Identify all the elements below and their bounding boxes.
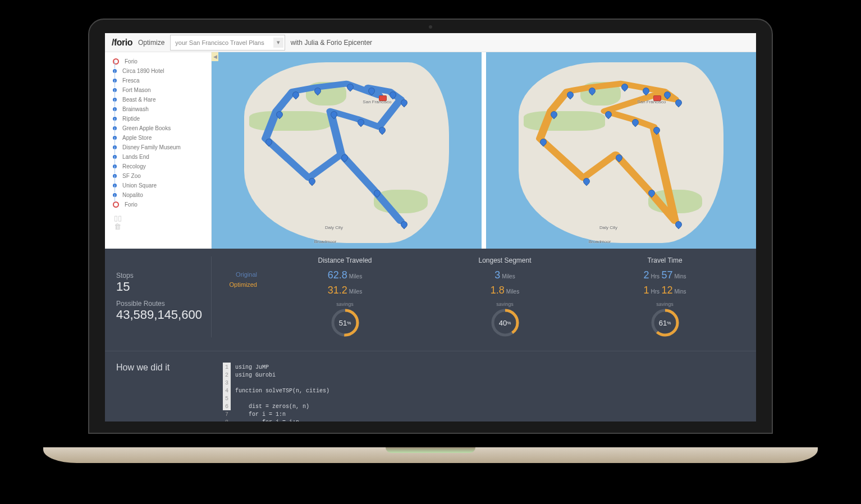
metric-0: Distance Traveled 62.8Miles 31.2Miles sa… [265,256,425,337]
metric-title: Travel Time [647,256,682,264]
routes-label: Possible Routes [116,300,205,308]
stops-label: Stops [116,272,205,280]
laptop-base [43,447,818,463]
stop-item[interactable]: Forio [113,57,205,66]
metric-original: 3Miles [494,268,515,283]
stop-item[interactable]: SF Zoo [113,171,205,181]
laptop-bezel: /forio Optimize your San Francisco Trave… [88,19,773,434]
stats-summary: Stops 15 Possible Routes 43,589,145,600 [116,256,212,337]
map-label-broadmoor: Broadmoor [589,239,611,244]
stop-item[interactable]: Riptide [113,114,205,123]
map-icon[interactable]: ▯▯ [114,214,122,222]
pin-origin-icon[interactable] [653,95,661,101]
app-screen: /forio Optimize your San Francisco Trave… [105,33,756,421]
stop-item[interactable]: Recology [113,162,205,171]
metric-original: 2Hrs 57Mins [643,268,686,283]
map-original[interactable]: San Francisco Daly City Broadmoor [212,52,482,249]
map-label-broadmoor: Broadmoor [314,239,337,244]
map-label-sf: San Francisco [363,99,391,104]
map-label-daly: Daly City [325,225,343,230]
stop-item[interactable]: Forio [113,200,205,209]
stats-panel: Stops 15 Possible Routes 43,589,145,600 … [105,249,756,351]
stop-list: ForioCirca 1890 HotelFrescaFort MasonBea… [113,57,205,209]
stop-item[interactable]: Nopalito [113,190,205,200]
map-compare: ◀ San Francisco Daly City Broadmoor [212,52,756,249]
savings-gauge: 40% [491,308,520,337]
with-label: with Julia & Forio Epicenter [291,39,372,47]
logo: /forio [112,38,132,48]
sidebar-icons: ▯▯ 🗑 [113,214,205,231]
code-editor[interactable]: 12345678 using JuMP using Gurobi functio… [223,363,745,410]
stop-item[interactable]: Disney Family Museum [113,143,205,152]
stop-item[interactable]: Union Square [113,181,205,190]
metric-optimized: 1.8Miles [491,283,519,298]
maps-row: ForioCirca 1890 HotelFrescaFort MasonBea… [105,52,756,249]
legend: Original Optimized [212,256,265,337]
header-bar: /forio Optimize your San Francisco Trave… [105,33,756,52]
laptop-notch [386,447,475,453]
savings-label: savings 51% [331,301,360,337]
stops-value: 15 [116,280,205,294]
map-label-sf: San Francisco [637,99,666,104]
stop-item[interactable]: Brainwash [113,104,205,114]
savings-label: savings 40% [491,301,520,337]
savings-gauge: 61% [651,308,680,337]
webcam-icon [429,25,432,29]
stop-item[interactable]: Circa 1890 Hotel [113,66,205,76]
stop-item[interactable]: Beast & Hare [113,95,205,104]
metric-optimized: 31.2Miles [328,283,362,298]
trash-icon[interactable]: 🗑 [114,222,121,231]
metric-1: Longest Segment 3Miles 1.8Miles savings … [425,256,585,337]
laptop-frame: /forio Optimize your San Francisco Trave… [88,19,773,463]
stop-item[interactable]: Lands End [113,152,205,162]
map-optimized[interactable]: San Francisco Daly City Broadmoor [486,52,756,249]
metric-title: Longest Segment [478,256,531,264]
legend-optimized: Optimized [212,281,257,288]
stop-item[interactable]: Fresca [113,76,205,85]
metric-original: 62.8Miles [328,268,362,283]
collapse-sidebar-button[interactable]: ◀ [212,52,218,61]
stats-metrics: Original Optimized Distance Traveled 62.… [212,256,745,337]
dropdown-value: your San Francisco Travel Plans [175,39,264,46]
optimize-label: Optimize [138,39,164,47]
stop-item[interactable]: Fort Mason [113,85,205,95]
stops-sidebar: ForioCirca 1890 HotelFrescaFort MasonBea… [105,52,212,249]
plan-dropdown[interactable]: your San Francisco Travel Plans ▾ [170,35,285,51]
stop-item[interactable]: Green Apple Books [113,123,205,133]
chevron-down-icon: ▾ [273,38,283,48]
savings-label: savings 61% [651,301,680,337]
map-label-daly: Daly City [599,225,617,230]
savings-gauge: 51% [331,308,360,337]
pin-origin-icon[interactable] [379,95,387,101]
code-gutter: 12345678 [223,363,231,410]
routes-value: 43,589,145,600 [116,308,205,322]
stop-item[interactable]: Apple Store [113,133,205,143]
metric-title: Distance Traveled [318,256,372,264]
code-heading: How we did it [116,363,212,410]
metric-optimized: 1Hrs 12Mins [643,283,686,298]
legend-original: Original [212,271,257,278]
code-panel: How we did it 12345678 using JuMP using … [105,351,756,421]
code-source: using JuMP using Gurobi function solveTS… [231,363,334,410]
metric-2: Travel Time 2Hrs 57Mins 1Hrs 12Mins savi… [585,256,745,337]
